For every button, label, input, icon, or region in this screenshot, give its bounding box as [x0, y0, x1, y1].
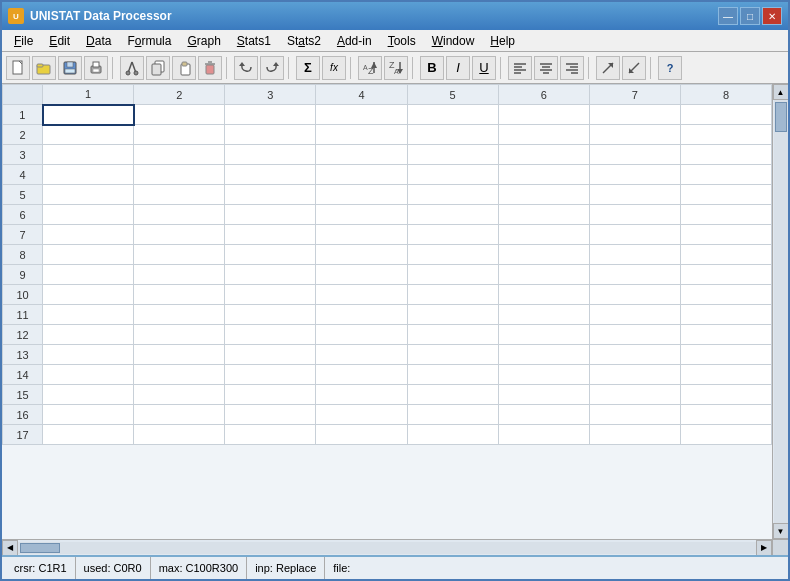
- scroll-track-vertical[interactable]: [774, 100, 788, 523]
- cell-c2r8[interactable]: [134, 245, 225, 265]
- cell-c5r1[interactable]: [407, 105, 498, 125]
- cell-c8r15[interactable]: [680, 385, 771, 405]
- cell-c3r14[interactable]: [225, 365, 316, 385]
- cell-c8r16[interactable]: [680, 405, 771, 425]
- cell-c1r9[interactable]: [43, 265, 134, 285]
- cell-c4r15[interactable]: [316, 385, 407, 405]
- cell-c4r12[interactable]: [316, 325, 407, 345]
- cell-c7r9[interactable]: [589, 265, 680, 285]
- cell-c1r1[interactable]: [43, 105, 134, 125]
- cell-c1r16[interactable]: [43, 405, 134, 425]
- cell-c4r3[interactable]: [316, 145, 407, 165]
- cell-c7r14[interactable]: [589, 365, 680, 385]
- cell-c1r11[interactable]: [43, 305, 134, 325]
- cell-c5r4[interactable]: [407, 165, 498, 185]
- cell-c7r6[interactable]: [589, 205, 680, 225]
- cell-c2r3[interactable]: [134, 145, 225, 165]
- cell-c7r17[interactable]: [589, 425, 680, 445]
- cell-c6r15[interactable]: [498, 385, 589, 405]
- cell-c7r12[interactable]: [589, 325, 680, 345]
- cell-c3r3[interactable]: [225, 145, 316, 165]
- cell-c5r16[interactable]: [407, 405, 498, 425]
- cell-c1r12[interactable]: [43, 325, 134, 345]
- cell-c2r7[interactable]: [134, 225, 225, 245]
- cell-c4r11[interactable]: [316, 305, 407, 325]
- cell-c6r14[interactable]: [498, 365, 589, 385]
- cell-c2r2[interactable]: [134, 125, 225, 145]
- cell-c7r7[interactable]: [589, 225, 680, 245]
- cell-c6r1[interactable]: [498, 105, 589, 125]
- row-header-3[interactable]: 3: [3, 145, 43, 165]
- cell-c3r15[interactable]: [225, 385, 316, 405]
- cell-c2r9[interactable]: [134, 265, 225, 285]
- menu-stats2[interactable]: Stats2: [279, 32, 329, 50]
- cell-c2r16[interactable]: [134, 405, 225, 425]
- cell-c2r1[interactable]: [134, 105, 225, 125]
- cell-c7r8[interactable]: [589, 245, 680, 265]
- cell-c6r7[interactable]: [498, 225, 589, 245]
- cell-c3r8[interactable]: [225, 245, 316, 265]
- menu-tools[interactable]: Tools: [380, 32, 424, 50]
- cell-c8r11[interactable]: [680, 305, 771, 325]
- scroll-left-button[interactable]: ◀: [2, 540, 18, 556]
- cell-c7r13[interactable]: [589, 345, 680, 365]
- cell-c2r6[interactable]: [134, 205, 225, 225]
- cell-c3r17[interactable]: [225, 425, 316, 445]
- row-header-6[interactable]: 6: [3, 205, 43, 225]
- cell-c3r5[interactable]: [225, 185, 316, 205]
- col-header-2[interactable]: 2: [134, 85, 225, 105]
- cell-c3r7[interactable]: [225, 225, 316, 245]
- menu-formula[interactable]: Formula: [119, 32, 179, 50]
- formula-button[interactable]: fx: [322, 56, 346, 80]
- cell-c5r12[interactable]: [407, 325, 498, 345]
- cell-c5r13[interactable]: [407, 345, 498, 365]
- cell-c1r5[interactable]: [43, 185, 134, 205]
- cell-c8r8[interactable]: [680, 245, 771, 265]
- scroll-thumb-horizontal[interactable]: [20, 543, 60, 553]
- cell-c4r10[interactable]: [316, 285, 407, 305]
- cell-c6r17[interactable]: [498, 425, 589, 445]
- cell-c8r6[interactable]: [680, 205, 771, 225]
- cell-c4r4[interactable]: [316, 165, 407, 185]
- row-header-2[interactable]: 2: [3, 125, 43, 145]
- menu-edit[interactable]: Edit: [41, 32, 78, 50]
- cell-c8r3[interactable]: [680, 145, 771, 165]
- cell-c7r11[interactable]: [589, 305, 680, 325]
- maximize-button[interactable]: □: [740, 7, 760, 25]
- cell-c1r14[interactable]: [43, 365, 134, 385]
- cell-c5r11[interactable]: [407, 305, 498, 325]
- cell-c2r17[interactable]: [134, 425, 225, 445]
- row-header-10[interactable]: 10: [3, 285, 43, 305]
- col-header-6[interactable]: 6: [498, 85, 589, 105]
- cell-c2r5[interactable]: [134, 185, 225, 205]
- cell-c4r17[interactable]: [316, 425, 407, 445]
- sort-asc-button[interactable]: AZ: [358, 56, 382, 80]
- cell-c6r2[interactable]: [498, 125, 589, 145]
- cell-c1r13[interactable]: [43, 345, 134, 365]
- cell-c6r6[interactable]: [498, 205, 589, 225]
- arrow-downleft-button[interactable]: [622, 56, 646, 80]
- sort-desc-button[interactable]: ZA: [384, 56, 408, 80]
- menu-graph[interactable]: Graph: [179, 32, 228, 50]
- cell-c3r9[interactable]: [225, 265, 316, 285]
- bold-button[interactable]: B: [420, 56, 444, 80]
- new-button[interactable]: [6, 56, 30, 80]
- cell-c6r12[interactable]: [498, 325, 589, 345]
- cell-c8r9[interactable]: [680, 265, 771, 285]
- cell-c3r16[interactable]: [225, 405, 316, 425]
- row-header-12[interactable]: 12: [3, 325, 43, 345]
- print-button[interactable]: [84, 56, 108, 80]
- scroll-up-button[interactable]: ▲: [773, 84, 789, 100]
- cell-c4r8[interactable]: [316, 245, 407, 265]
- help-button[interactable]: ?: [658, 56, 682, 80]
- scroll-thumb-vertical[interactable]: [775, 102, 787, 132]
- row-header-11[interactable]: 11: [3, 305, 43, 325]
- cell-c8r7[interactable]: [680, 225, 771, 245]
- cell-c5r2[interactable]: [407, 125, 498, 145]
- cell-c3r10[interactable]: [225, 285, 316, 305]
- cell-c8r14[interactable]: [680, 365, 771, 385]
- cell-c3r12[interactable]: [225, 325, 316, 345]
- cell-c6r4[interactable]: [498, 165, 589, 185]
- cell-c2r14[interactable]: [134, 365, 225, 385]
- cell-c8r5[interactable]: [680, 185, 771, 205]
